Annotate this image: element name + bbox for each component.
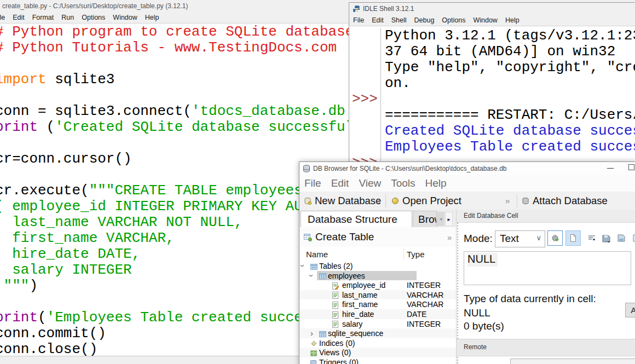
- cell-type-label: Type of data currently in cell:: [464, 293, 596, 305]
- menu-file[interactable]: File: [299, 177, 326, 189]
- shell-line: Python 3.12.1 (tags/v3.12.1:2305ca5, Dec…: [385, 28, 635, 44]
- minimize-button[interactable]: —: [606, 164, 615, 172]
- attach-database-button[interactable]: Attach Database: [522, 192, 608, 210]
- database-icon: [303, 165, 310, 172]
- menu-edit[interactable]: Edit: [9, 14, 28, 21]
- desktop: create_table.py - C:/Users/suri/Desktop/…: [0, 0, 635, 364]
- cell-value-editor[interactable]: NULL: [464, 251, 631, 285]
- tree-item-type: INTEGER: [407, 320, 441, 328]
- tree-item-name: last_name: [342, 291, 378, 299]
- tab-scroll-right-icon[interactable]: ▸: [445, 212, 453, 226]
- menu-options[interactable]: Options: [78, 14, 109, 21]
- maximize-button[interactable]: [627, 164, 635, 172]
- tree-row-indices-0-[interactable]: Indices (0): [299, 338, 456, 348]
- menu-window[interactable]: Window: [109, 14, 141, 21]
- tree-row-sqlite-sequence[interactable]: ›sqlite_sequence: [299, 328, 456, 338]
- tree-row-views-0-[interactable]: Views (0): [299, 348, 456, 357]
- new-database-chevron[interactable]: »: [376, 196, 380, 205]
- tree-item-name: first_name: [342, 300, 378, 309]
- create-table-icon: [304, 233, 312, 241]
- menu-view[interactable]: View: [354, 177, 386, 189]
- create-table-chevron[interactable]: »: [447, 233, 452, 242]
- collapse-icon[interactable]: ›: [299, 264, 308, 267]
- cell-size-value: 0 byte(s): [464, 320, 504, 332]
- menu-options[interactable]: Options: [438, 16, 469, 24]
- set-null-button[interactable]: [565, 230, 581, 246]
- apply-button[interactable]: Apply: [625, 303, 635, 317]
- tree-row-employees[interactable]: ›employees: [299, 271, 456, 281]
- main-tabs: Database Structure Browse Data ◂ ▸: [299, 210, 456, 228]
- menu-edit[interactable]: Edit: [368, 16, 388, 24]
- db-toolbar: New Database » Open Project » Attach Dat…: [299, 192, 635, 211]
- shell-line: Created SQLite database successfully: [385, 123, 635, 139]
- tree-row-hire-date[interactable]: hire_dateDATE: [299, 309, 456, 319]
- edit-cell-dock: Edit Database Cell Mode: Text ∨: [456, 210, 635, 364]
- menu-window[interactable]: Window: [469, 16, 501, 24]
- tree-item-type: INTEGER: [407, 281, 441, 290]
- open-project-chevron[interactable]: »: [505, 196, 510, 205]
- menu-run[interactable]: Run: [57, 14, 78, 21]
- menu-help[interactable]: Help: [501, 16, 523, 24]
- triggers-icon: [310, 359, 317, 364]
- tab-scroll-left-icon[interactable]: ◂: [437, 212, 444, 226]
- export-cell-button[interactable]: [629, 230, 635, 246]
- db-titlebar[interactable]: DB Browser for SQLite - C:\Users\suri\De…: [299, 162, 635, 175]
- column-name[interactable]: Name: [306, 250, 328, 259]
- db-menubar: FileEditViewToolsHelp: [299, 175, 635, 192]
- import-data-button[interactable]: [547, 230, 563, 246]
- shell-titlebar[interactable]: IDLE Shell 3.12.1: [349, 3, 635, 15]
- chevron-down-icon: ∨: [536, 234, 541, 242]
- schema-tree[interactable]: ›Tables (2)›employeesemployee_idINTEGERl…: [299, 261, 456, 364]
- tree-row-salary[interactable]: salaryINTEGER: [299, 319, 456, 329]
- menu-file[interactable]: File: [349, 16, 368, 24]
- menu-shell[interactable]: Shell: [388, 16, 411, 24]
- menu-debug[interactable]: Debug: [411, 16, 438, 24]
- new-database-icon: [304, 197, 311, 205]
- tree-row-tables-2-[interactable]: ›Tables (2): [299, 261, 456, 271]
- tree-row-triggers-0-[interactable]: Triggers (0): [299, 357, 456, 364]
- menu-tools[interactable]: Tools: [386, 177, 420, 189]
- menu-help[interactable]: Help: [420, 177, 452, 189]
- new-database-button[interactable]: New Database: [304, 192, 381, 210]
- open-project-button[interactable]: Open Project: [391, 192, 461, 210]
- db-title: DB Browser for SQLite - C:\Users\suri\De…: [313, 165, 506, 172]
- cell-type-value: NULL: [464, 307, 490, 319]
- column-type[interactable]: Type: [407, 250, 425, 259]
- database-structure-pane: Database Structure Browse Data ◂ ▸ Creat…: [299, 210, 456, 364]
- tree-item-name: salary: [342, 320, 362, 328]
- shell-output: Python 3.12.1 (tags/v3.12.1:2305ca5, Dec…: [385, 28, 635, 171]
- attach-database-icon: [522, 197, 529, 205]
- tree-row-last-name[interactable]: last_nameVARCHAR: [299, 290, 456, 300]
- save-cell-button[interactable]: [598, 230, 614, 246]
- tab-database-structure[interactable]: Database Structure: [301, 211, 412, 227]
- create-table-button[interactable]: Create Table »: [299, 227, 456, 247]
- word-wrap-icon[interactable]: [584, 230, 599, 246]
- shell-line: 37 64 bit (AMD64)] on win32: [385, 44, 635, 60]
- remote-dock-header[interactable]: Remote: [457, 339, 635, 356]
- tree-item-type: DATE: [407, 310, 426, 319]
- collapse-icon[interactable]: ›: [307, 274, 316, 277]
- mode-label: Mode:: [464, 233, 493, 245]
- shell-prompt: >>>: [352, 91, 378, 107]
- tree-row-employee-id[interactable]: employee_idINTEGER: [299, 280, 456, 290]
- tab-browse-data[interactable]: Browse Data: [413, 211, 437, 227]
- menu-edit[interactable]: Edit: [326, 177, 354, 189]
- menu-file[interactable]: File: [0, 14, 9, 21]
- shell-line: [385, 91, 635, 107]
- save-as-button[interactable]: [614, 230, 629, 246]
- tree-item-name: Indices (0): [319, 339, 355, 348]
- shell-line: Employees Table created successfully: [385, 139, 635, 155]
- menu-format[interactable]: Format: [28, 14, 58, 21]
- remote-identity-select[interactable]: [510, 359, 635, 364]
- tree-row-first-name[interactable]: first_nameVARCHAR: [299, 299, 456, 309]
- edit-cell-dock-header[interactable]: Edit Database Cell: [457, 210, 635, 223]
- tree-item-name: Triggers (0): [319, 358, 359, 364]
- tree-item-name: sqlite_sequence: [328, 329, 383, 338]
- tree-item-name: hire_date: [342, 310, 374, 319]
- menu-help[interactable]: Help: [141, 14, 163, 21]
- editor-title: create_table.py - C:/Users/suri/Desktop/…: [2, 2, 188, 10]
- tree-header[interactable]: Name Type: [299, 247, 456, 262]
- mode-select[interactable]: Text ∨: [495, 230, 545, 247]
- expand-icon[interactable]: ›: [310, 328, 313, 338]
- tree-item-type: VARCHAR: [407, 300, 443, 309]
